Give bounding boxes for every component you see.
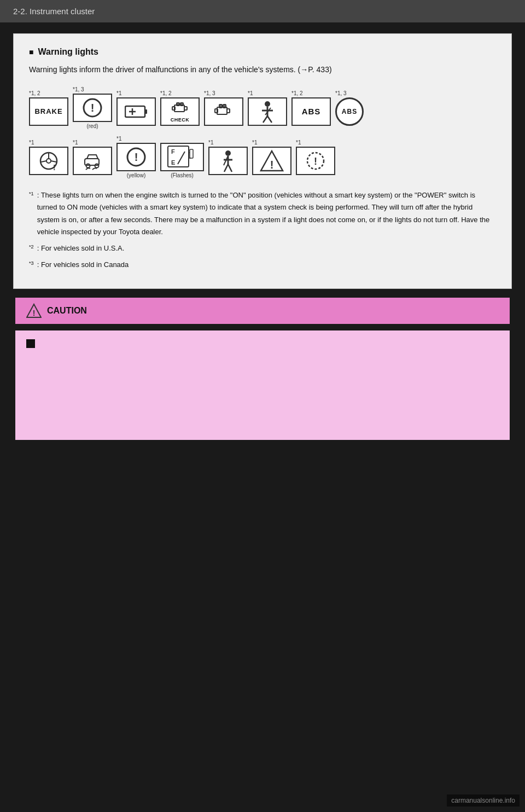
exclamation-circle-red-icon: !	[82, 97, 103, 118]
indicators-row-2: *1 ! *1	[29, 136, 496, 178]
indicators-row-1: *1, 2 BRAKE *1, 3 ! (red)	[29, 86, 496, 129]
svg-rect-7	[172, 107, 175, 110]
abs-circle-label: ABS	[342, 108, 357, 115]
svg-text:!: !	[135, 151, 138, 163]
indicator-abs-circle: *1, 3 ABS	[335, 90, 364, 126]
indicator-fuel: * F E	[160, 136, 204, 178]
sup-exc-yellow: *1	[116, 136, 121, 142]
exclamation-circle-yellow-icon: !	[126, 147, 147, 167]
watermark: carmanualsonline.info	[447, 794, 520, 807]
svg-line-29	[41, 161, 46, 162]
indicator-abs: *1, 2 ABS	[291, 90, 331, 126]
svg-line-23	[263, 116, 267, 123]
caution-bar: ! CAUTION	[15, 298, 510, 324]
svg-text:!: !	[33, 309, 36, 317]
sub-yellow: (yellow)	[127, 172, 145, 178]
person-seatbelt-icon	[256, 100, 278, 124]
svg-text:F: F	[171, 148, 175, 155]
sup-sb: *1	[208, 140, 213, 146]
indicator-check-engine: *1, 2 CHECK	[160, 90, 200, 126]
fuel-gauge-icon: F E	[166, 145, 199, 169]
svg-line-30	[51, 161, 56, 162]
note-1-star: *1	[29, 189, 34, 201]
note-3-text: : For vehicles sold in Canada	[37, 259, 129, 271]
sup-person: *1	[248, 90, 253, 96]
indicator-exclamation-red: *1, 3 ! (red)	[73, 86, 112, 129]
page-header: 2-2. Instrument cluster	[0, 0, 525, 22]
svg-text:E: E	[171, 159, 175, 166]
svg-point-27	[46, 159, 51, 163]
note-2-star: *2	[29, 242, 34, 254]
sup-abs-circle: *1, 3	[335, 90, 347, 96]
notes-section: *1 : These lights turn on when the engin…	[29, 189, 496, 271]
indicator-exclamation-dashed: *1 !	[296, 140, 335, 175]
svg-point-20	[265, 101, 270, 107]
note-1-text: : These lights turn on when the engine s…	[37, 189, 496, 237]
seatbelt-icon	[217, 149, 239, 173]
indicator-seatbelt-person: *1	[248, 90, 287, 126]
sup-warn: *1	[252, 140, 257, 146]
svg-rect-8	[184, 107, 187, 110]
indicator-brake: *1, 2 BRAKE	[29, 90, 68, 126]
indicator-battery: *1	[116, 90, 156, 126]
svg-rect-15	[227, 109, 230, 113]
sup-steering: *1	[29, 140, 34, 146]
engine-malfunction-icon	[213, 102, 235, 121]
sup-brake: *1, 2	[29, 90, 40, 96]
engine-check-icon	[169, 101, 191, 116]
sub-red: (red)	[86, 123, 98, 129]
svg-text:!: !	[314, 156, 317, 167]
caution-triangle-icon: !	[26, 303, 42, 318]
intro-text: Warning lights inform the driver of malf…	[29, 63, 496, 76]
sub-flashes: (Flashes)	[171, 172, 194, 178]
caution-content	[15, 330, 510, 440]
sup-abs: *1, 2	[291, 90, 303, 96]
svg-text:!: !	[91, 102, 95, 114]
check-label: CHECK	[171, 117, 190, 123]
warning-triangle-icon: !	[260, 149, 284, 173]
svg-point-45	[225, 150, 231, 156]
brake-label: BRAKE	[34, 107, 62, 115]
indicator-steering: *1 !	[29, 140, 68, 175]
sup-exc-dash: *1	[296, 140, 301, 146]
header-title: 2-2. Instrument cluster	[13, 7, 95, 16]
note-3-star: *3	[29, 259, 34, 270]
sup-skid: *1	[73, 140, 78, 146]
svg-rect-3	[145, 109, 147, 114]
note-3: *3 : For vehicles sold in Canada	[29, 259, 496, 271]
exclamation-dashed-icon: !	[305, 150, 326, 172]
indicator-seatbelt: *1	[208, 140, 248, 175]
sup-exc-red: *1, 3	[73, 86, 84, 92]
warning-box: Warning lights Warning lights inform the…	[13, 33, 512, 289]
sup-eng: *1, 3	[204, 90, 215, 96]
section-title: Warning lights	[29, 47, 496, 57]
indicator-skid: *1	[73, 140, 112, 175]
caution-bullet	[26, 339, 35, 348]
note-2: *2 : For vehicles sold in U.S.A.	[29, 242, 496, 254]
sup-battery: *1	[116, 90, 121, 96]
indicator-warning-triangle: *1 !	[252, 140, 291, 175]
note-1: *1 : These lights turn on when the engin…	[29, 189, 496, 237]
skid-icon	[80, 149, 104, 173]
steering-icon: !	[38, 150, 60, 172]
svg-text:!: !	[270, 159, 274, 171]
svg-rect-14	[215, 109, 218, 113]
caution-title: CAUTION	[47, 306, 87, 316]
indicator-exclamation-yellow: *1 ! (yellow)	[116, 136, 156, 178]
sup-check: *1, 2	[160, 90, 172, 96]
svg-rect-41	[190, 149, 193, 158]
note-2-text: : For vehicles sold in U.S.A.	[37, 242, 125, 254]
battery-icon	[125, 104, 148, 119]
svg-line-24	[267, 116, 272, 123]
svg-line-48	[224, 164, 228, 172]
svg-line-40	[178, 152, 185, 164]
svg-text:!: !	[53, 163, 56, 172]
abs-label: ABS	[302, 107, 321, 116]
indicator-engine-malfunction: *1, 3	[204, 90, 243, 126]
caution-section: ! CAUTION	[13, 298, 512, 440]
svg-line-49	[228, 164, 232, 172]
